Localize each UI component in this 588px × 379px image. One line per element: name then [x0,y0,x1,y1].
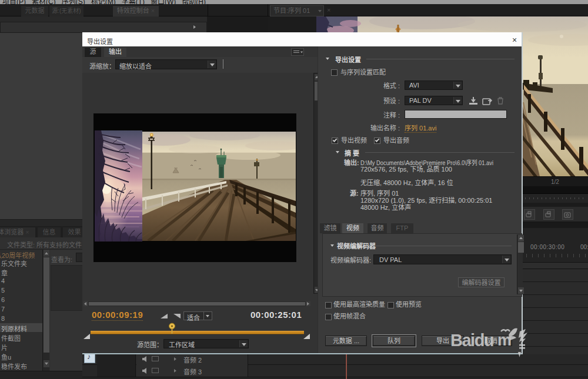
svg-text:Baidu: Baidu [450,331,493,350]
